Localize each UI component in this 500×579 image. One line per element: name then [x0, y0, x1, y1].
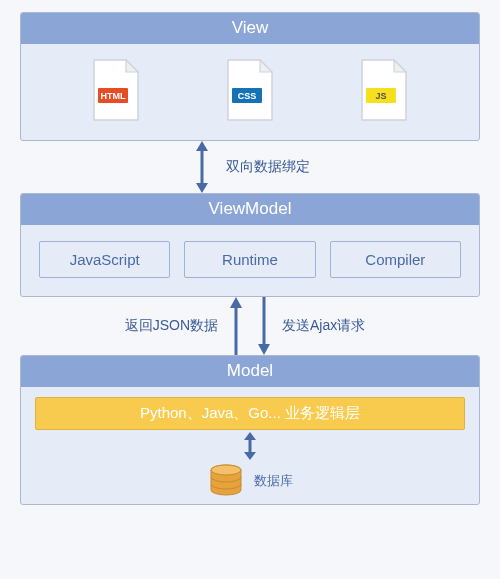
- svg-marker-14: [244, 432, 256, 440]
- svg-text:CSS: CSS: [238, 91, 257, 101]
- svg-text:HTML: HTML: [101, 91, 126, 101]
- business-layer: Python、Java、Go... 业务逻辑层: [35, 397, 465, 430]
- database-icon: [208, 464, 244, 498]
- svg-marker-15: [244, 452, 256, 460]
- double-arrow-icon: [190, 141, 214, 193]
- svg-marker-7: [196, 141, 208, 151]
- model-title: Model: [21, 356, 479, 387]
- viewmodel-panel: ViewModel JavaScript Runtime Compiler: [20, 193, 480, 297]
- connector-viewmodel-model: 返回JSON数据 发送Ajax请求: [20, 297, 480, 355]
- svg-marker-10: [230, 297, 242, 308]
- vm-box-compiler: Compiler: [330, 241, 461, 278]
- viewmodel-title: ViewModel: [21, 194, 479, 225]
- view-title: View: [21, 13, 479, 44]
- css-file-icon: CSS: [224, 58, 276, 122]
- view-body: HTML CSS JS: [21, 44, 479, 140]
- svg-marker-12: [258, 344, 270, 355]
- connector2-right-label: 发送Ajax请求: [282, 317, 365, 335]
- double-arrow-small-icon: [239, 432, 261, 460]
- arrow-down-icon: [254, 297, 274, 355]
- js-file-icon: JS: [358, 58, 410, 122]
- svg-marker-8: [196, 183, 208, 193]
- model-panel: Model Python、Java、Go... 业务逻辑层 数据库: [20, 355, 480, 505]
- svg-point-17: [211, 465, 241, 475]
- connector-view-viewmodel: 双向数据绑定: [20, 141, 480, 193]
- html-file-icon: HTML: [90, 58, 142, 122]
- connector1-label: 双向数据绑定: [226, 158, 310, 176]
- vm-box-javascript: JavaScript: [39, 241, 170, 278]
- view-panel: View HTML CSS JS: [20, 12, 480, 141]
- svg-text:JS: JS: [375, 91, 386, 101]
- vm-box-runtime: Runtime: [184, 241, 315, 278]
- viewmodel-body: JavaScript Runtime Compiler: [21, 225, 479, 296]
- connector2-left-label: 返回JSON数据: [125, 317, 218, 335]
- arrow-up-icon: [226, 297, 246, 355]
- model-body: Python、Java、Go... 业务逻辑层 数据库: [21, 387, 479, 504]
- database-label: 数据库: [254, 472, 293, 490]
